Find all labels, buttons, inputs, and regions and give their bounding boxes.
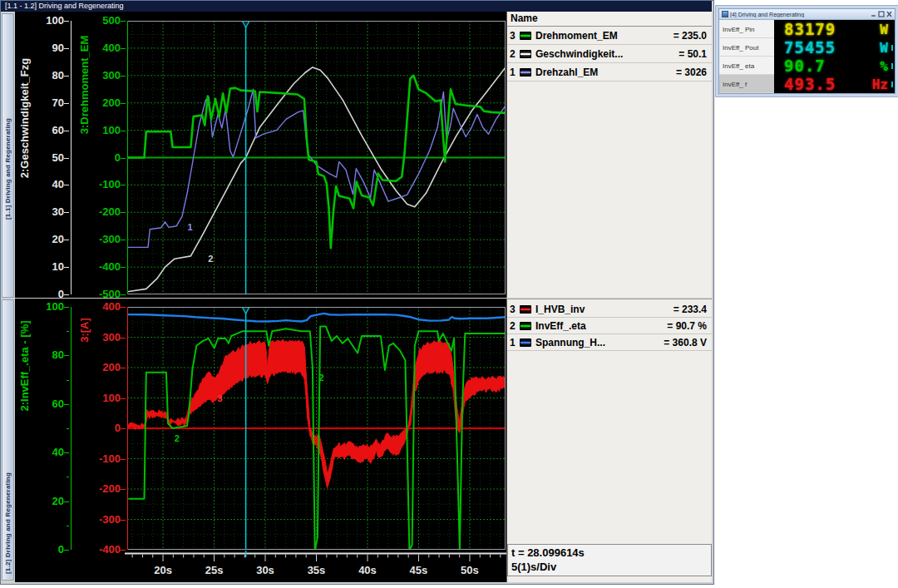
axis-tick-label: 10 xyxy=(26,260,64,273)
window-icon xyxy=(722,11,728,17)
legend-series-value: = 50.1 xyxy=(678,48,709,60)
plot-canvas[interactable]: 232 xyxy=(127,307,506,550)
axis-tick-mark xyxy=(64,21,69,22)
panel-tab-1-2[interactable]: [1.2] Driving and Regenerating xyxy=(2,299,14,581)
axis-tick-label: 50 xyxy=(26,151,64,164)
legend-series-name: Spannung_H... xyxy=(535,337,664,348)
axis-tick-mark xyxy=(64,158,69,159)
time-ruler[interactable]: 20s25s30s35s40s45s50s xyxy=(125,551,506,579)
series-color-marker-icon xyxy=(520,50,531,58)
legend-row[interactable]: 3I_HVB_inv= 233.4 xyxy=(507,301,712,318)
legend-row[interactable]: 1Drehzahl_EM= 3026 xyxy=(507,63,712,82)
axis-tick-mark xyxy=(64,48,69,49)
series-color-marker-icon xyxy=(520,322,531,330)
time-tick-label: 45s xyxy=(410,564,428,576)
time-tick-label: 50s xyxy=(461,564,479,576)
axis-tick-mark xyxy=(121,307,126,308)
display-tick-icon xyxy=(891,63,893,69)
axis-tick-mark xyxy=(121,48,126,49)
axis-tick-mark xyxy=(121,398,126,399)
axis-tick-label: 300 xyxy=(82,331,121,343)
axis-minor-tick-mark xyxy=(67,331,69,332)
window-title: [1.1 - 1.2] Driving and Regenerating xyxy=(5,2,124,10)
axis-tick-label: 400 xyxy=(82,300,121,313)
meter-labels: InvEff_ PinInvEff_ PoutInvEff_ etaInvEff… xyxy=(719,20,774,93)
meter-channel-label[interactable]: InvEff_ eta xyxy=(719,57,774,75)
axis-line-overlay xyxy=(127,307,128,550)
axis-tick-label: 0 xyxy=(26,288,64,298)
cursor-time: t = 28.099614s xyxy=(511,546,708,560)
plot-canvas[interactable]: 12 xyxy=(127,21,506,294)
meter-window: [4] Driving and Regenerating InvEff_ Pin… xyxy=(718,8,896,94)
meter-value-row: 75455W xyxy=(774,38,895,57)
axis-tick-mark xyxy=(121,459,126,460)
plot-area-top[interactable]: 2:Geschwindigkeit_Fzg0102030405060708090… xyxy=(15,12,506,298)
meter-channel-label[interactable]: InvEff_ f xyxy=(719,75,774,93)
meter-body: InvEff_ PinInvEff_ PoutInvEff_ etaInvEff… xyxy=(719,19,895,93)
axis-tick-mark xyxy=(121,267,126,268)
legend-row-number: 3 xyxy=(510,30,519,42)
time-tick-label: 25s xyxy=(205,564,224,576)
axis-tick-label: -300 xyxy=(82,233,121,245)
panel-tab-1-1-label: [1.1] Driving and Regenerating xyxy=(4,118,12,220)
meter-channel-label[interactable]: InvEff_ Pout xyxy=(719,38,774,57)
axis-line xyxy=(71,307,72,550)
measurement-window: [1.1 - 1.2] Driving and Regenerating [1.… xyxy=(0,0,714,585)
legend-rows-bottom: 3I_HVB_inv= 233.42InvEff_.eta= 90.7 %1Sp… xyxy=(507,299,712,351)
meter-channel-label[interactable]: InvEff_ Pin xyxy=(719,20,774,38)
axis-minor-tick-mark xyxy=(67,380,69,381)
axis-tick-mark xyxy=(121,21,126,22)
cursor-info-box: t = 28.099614s 5(1)s/Div xyxy=(507,544,712,576)
axis-tick-label: 90 xyxy=(26,42,64,54)
legend-series-value: = 233.4 xyxy=(674,304,709,315)
axis-tick-label: -100 xyxy=(82,452,121,465)
legend-row[interactable]: 2Geschwindigkeit...= 50.1 xyxy=(507,45,712,63)
meter-unit: % xyxy=(880,58,888,74)
series-color-marker-icon xyxy=(520,68,531,77)
series-color-line xyxy=(521,35,530,37)
axis-tick-mark xyxy=(121,428,126,429)
legend-series-value: = 235.0 xyxy=(674,30,709,42)
axis-tick-label: 80 xyxy=(26,348,64,361)
window-controls[interactable] xyxy=(871,11,892,17)
legend-series-name: I_HVB_inv xyxy=(535,304,674,315)
axis-tick-label: 0 xyxy=(26,543,64,556)
legend-row-number: 3 xyxy=(510,304,519,315)
time-cursor-handle-icon[interactable] xyxy=(242,307,249,314)
axis-tick-label: -300 xyxy=(82,513,121,526)
axis-tick-mark xyxy=(121,76,126,77)
axis-tick-mark xyxy=(64,240,69,240)
time-tick-label: 40s xyxy=(358,564,377,576)
time-tick-label: 30s xyxy=(256,564,274,576)
legend-series-name: Drehzahl_EM xyxy=(535,67,676,78)
legend-rows-top: 3Drehmoment_EM= 235.02Geschwindigkeit...… xyxy=(507,27,712,82)
axis-tick-label: 0 xyxy=(82,151,121,164)
axis-tick-mark xyxy=(64,76,69,77)
legend-row-number: 2 xyxy=(510,48,519,60)
axis-tick-label: 200 xyxy=(82,361,121,373)
window-control-icons[interactable] xyxy=(871,11,892,17)
axis-tick-mark xyxy=(121,338,126,338)
window-titlebar[interactable]: [1.1 - 1.2] Driving and Regenerating xyxy=(1,1,712,12)
axis-tick-mark xyxy=(64,452,69,453)
axis-tick-mark xyxy=(121,185,126,185)
plot-area-bottom[interactable]: 2:InvEff_.eta - [%]0204060801003:[A]-400… xyxy=(15,299,506,582)
series-color-marker-icon xyxy=(520,32,531,40)
time-cursor-handle-icon[interactable] xyxy=(242,21,249,27)
panel-tab-1-1[interactable]: [1.1] Driving and Regenerating xyxy=(2,13,14,298)
curve-label: 1 xyxy=(188,222,193,232)
legend-row[interactable]: 3Drehmoment_EM= 235.0 xyxy=(507,27,712,45)
axis-tick-label: 100 xyxy=(26,300,64,313)
legend-series-name: Drehmoment_EM xyxy=(535,30,674,42)
meter-titlebar[interactable]: [4] Driving and Regenerating xyxy=(719,9,895,19)
legend-row[interactable]: 2InvEff_.eta= 90.7 % xyxy=(507,318,712,334)
axis-tick-mark xyxy=(64,267,69,268)
axis-tick-mark xyxy=(121,520,126,521)
curve-label: 2 xyxy=(175,433,180,443)
time-tick-label: 20s xyxy=(154,564,172,576)
legend-row-number: 2 xyxy=(510,320,519,332)
legend-header: Name xyxy=(507,12,712,27)
panel-tab-1-2-label: [1.2] Driving and Regenerating xyxy=(4,472,12,574)
axis-tick-mark xyxy=(64,355,69,356)
legend-row[interactable]: 1Spannung_H...= 360.8 V xyxy=(507,334,712,351)
